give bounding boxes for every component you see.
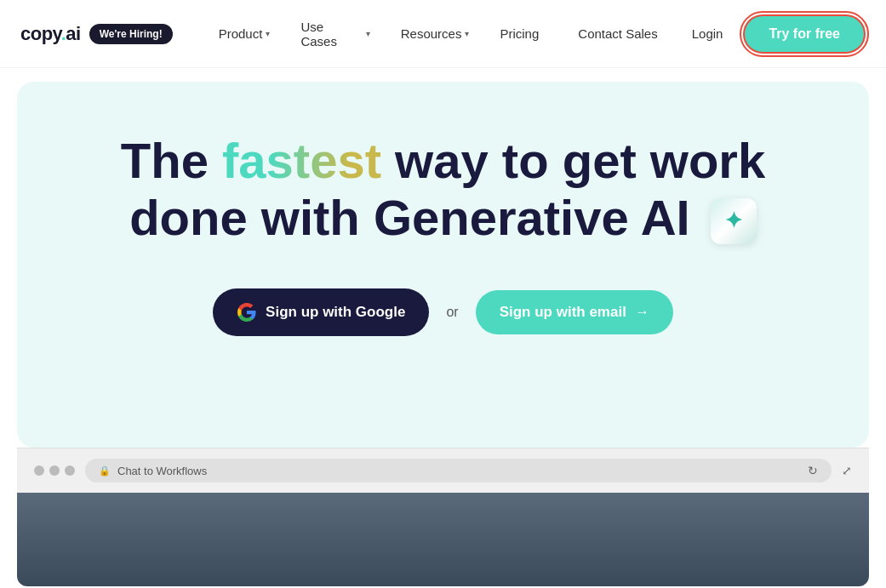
expand-icon[interactable]: ⤢: [842, 464, 852, 477]
logo-text: copy.ai: [20, 23, 81, 45]
browser-chrome: 🔒 Chat to Workflows ↻ ⤢: [17, 448, 869, 493]
browser-dot-red: [34, 465, 44, 476]
login-link[interactable]: Login: [678, 20, 737, 48]
hero-title: The fastest way to get work done with Ge…: [60, 133, 826, 246]
hiring-badge[interactable]: We're Hiring!: [89, 24, 173, 44]
video-section: [17, 493, 869, 586]
sparkle-icon: ✦: [711, 198, 757, 244]
address-bar-text: Chat to Workflows: [117, 465, 207, 477]
chevron-down-icon: ▾: [366, 29, 370, 38]
nav-item-product[interactable]: Product ▾: [207, 20, 283, 48]
browser-dot-yellow: [49, 465, 60, 476]
nav-usecases-label: Use Cases: [300, 20, 362, 49]
nav-item-usecases[interactable]: Use Cases ▾: [289, 13, 381, 55]
video-background: [17, 493, 869, 586]
arrow-right-icon: →: [635, 304, 649, 321]
chevron-down-icon: ▾: [266, 29, 270, 38]
nav-item-resources[interactable]: Resources ▾: [389, 20, 482, 48]
nav-item-pricing[interactable]: Pricing: [488, 20, 551, 48]
google-icon: [237, 302, 257, 323]
nav-links: Product ▾ Use Cases ▾ Resources ▾ Pricin…: [207, 13, 552, 55]
contact-sales-link[interactable]: Contact Sales: [564, 20, 671, 48]
navbar: copy.ai We're Hiring! Product ▾ Use Case…: [0, 0, 886, 68]
chevron-down-icon: ▾: [465, 29, 469, 38]
signup-email-label: Sign up with email: [500, 304, 626, 321]
logo-copy: copy: [20, 23, 61, 44]
logo-ai: ai: [66, 23, 80, 44]
nav-product-label: Product: [219, 26, 263, 41]
address-bar[interactable]: 🔒 Chat to Workflows ↻: [85, 459, 832, 482]
signup-google-label: Sign up with Google: [266, 304, 405, 321]
refresh-icon[interactable]: ↻: [808, 464, 818, 477]
logo-area: copy.ai We're Hiring!: [20, 23, 173, 45]
signup-google-button[interactable]: Sign up with Google: [213, 288, 429, 336]
hero-title-fastest: fastest: [222, 133, 381, 188]
or-divider: or: [446, 305, 458, 320]
nav-right: Contact Sales Login Try for free: [564, 14, 866, 54]
hero-title-prefix: The: [121, 133, 222, 188]
signup-email-button[interactable]: Sign up with email →: [476, 290, 673, 334]
browser-dots: [34, 465, 75, 476]
try-free-button[interactable]: Try for free: [743, 14, 866, 54]
nav-pricing-label: Pricing: [500, 26, 539, 41]
lock-icon: 🔒: [99, 465, 111, 477]
hero-section: The fastest way to get work done with Ge…: [17, 82, 869, 448]
cta-row: Sign up with Google or Sign up with emai…: [51, 288, 835, 336]
browser-dot-green: [65, 465, 75, 476]
nav-resources-label: Resources: [401, 26, 462, 41]
